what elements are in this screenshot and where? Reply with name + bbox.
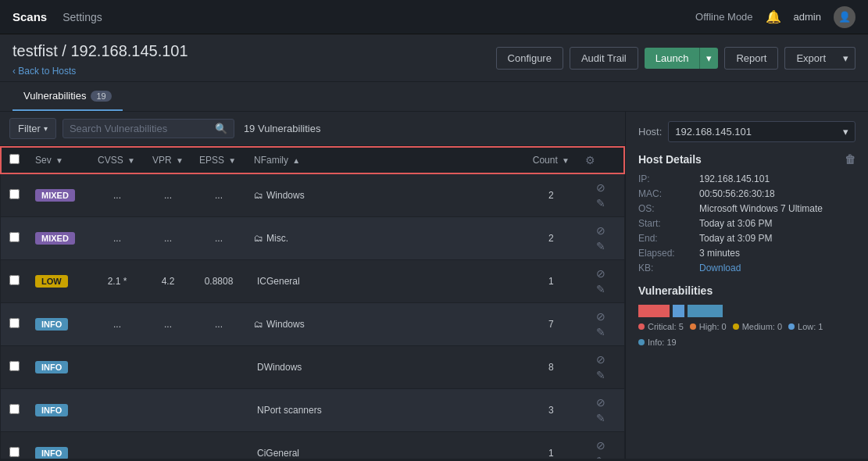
table-row[interactable]: INFO NPort scanners 3 ⊘ ✎ xyxy=(1,389,624,432)
th-count[interactable]: Count ▼ xyxy=(525,147,577,173)
sev-badge: LOW xyxy=(35,275,68,288)
export-dropdown-button[interactable]: ▾ xyxy=(837,47,855,70)
legend-label: Info: 19 xyxy=(648,338,677,347)
row-accept-icon[interactable]: ⊘ xyxy=(593,309,609,324)
launch-dropdown-button[interactable]: ▾ xyxy=(699,48,718,69)
main-content: Filter ▾ 🔍 19 Vulnerabilities Sev xyxy=(0,112,868,459)
report-button[interactable]: Report xyxy=(724,47,778,70)
table-header-row: Sev ▼ CVSS ▼ VPR ▼ EPSS xyxy=(1,147,624,173)
filter-button[interactable]: Filter ▾ xyxy=(9,118,56,139)
sev-badge: INFO xyxy=(35,361,68,373)
row-checkbox[interactable] xyxy=(9,404,20,414)
launch-button[interactable]: Launch xyxy=(645,48,700,69)
th-epss[interactable]: EPSS ▼ xyxy=(191,147,246,173)
row-checkbox[interactable] xyxy=(9,275,20,285)
row-epss: ... xyxy=(191,173,246,217)
table-row[interactable]: LOW 2.1 * 4.2 0.8808 ICGeneral 1 ⊘ ✎ xyxy=(1,260,624,303)
row-nfamily: 🗂Misc. xyxy=(246,217,525,260)
row-actions: ⊘ ✎ xyxy=(577,389,624,432)
row-sev: INFO xyxy=(27,432,90,459)
chart-segment xyxy=(673,305,684,317)
avatar[interactable]: 👤 xyxy=(834,6,855,28)
chart-segment xyxy=(688,305,723,317)
host-select-dropdown[interactable]: 192.168.145.101 ▾ xyxy=(668,121,855,142)
row-cvss: ... xyxy=(90,217,145,260)
detail-key: OS: xyxy=(638,203,693,214)
table-row[interactable]: INFO DWindows 8 ⊘ ✎ xyxy=(1,346,624,389)
row-vpr: ... xyxy=(145,303,191,346)
row-nfamily: 🗂Windows xyxy=(246,303,525,346)
row-edit-icon[interactable]: ✎ xyxy=(593,281,609,297)
row-epss: 0.8808 xyxy=(191,260,246,303)
select-all-checkbox[interactable] xyxy=(9,154,20,164)
th-sev[interactable]: Sev ▼ xyxy=(27,147,90,173)
row-epss xyxy=(191,389,246,432)
detail-link-value[interactable]: Download xyxy=(699,263,855,273)
row-checkbox[interactable] xyxy=(9,318,20,328)
row-actions: ⊘ ✎ xyxy=(577,173,624,217)
sev-badge: MIXED xyxy=(35,189,75,202)
table-row[interactable]: INFO CiGeneral 1 ⊘ ✎ xyxy=(1,432,624,459)
row-sev: MIXED xyxy=(27,173,90,217)
row-accept-icon[interactable]: ⊘ xyxy=(593,395,609,410)
audit-trail-button[interactable]: Audit Trail xyxy=(570,47,638,70)
th-nfamily[interactable]: NFamily ▲ xyxy=(246,147,525,173)
bell-icon[interactable]: 🔔 xyxy=(766,9,781,24)
chevron-down-icon: ▾ xyxy=(843,52,848,64)
row-sev: LOW xyxy=(27,260,90,303)
row-checkbox[interactable] xyxy=(9,232,20,242)
offline-mode-label: Offline Mode xyxy=(695,11,752,23)
row-checkbox-cell xyxy=(1,303,27,346)
row-vpr: 4.2 xyxy=(145,260,191,303)
th-cvss[interactable]: CVSS ▼ xyxy=(90,147,145,173)
row-accept-icon[interactable]: ⊘ xyxy=(593,180,609,195)
row-cvss xyxy=(90,432,145,459)
row-checkbox[interactable] xyxy=(9,447,20,457)
detail-value: Microsoft Windows 7 Ultimate xyxy=(699,203,855,214)
host-details-grid: IP:192.168.145.101MAC:00:50:56:26:30:18O… xyxy=(638,173,855,273)
row-edit-icon[interactable]: ✎ xyxy=(593,367,609,383)
row-edit-icon[interactable]: ✎ xyxy=(593,453,609,459)
row-count: 2 xyxy=(525,217,577,260)
detail-key: KB: xyxy=(638,263,693,273)
chart-legend: Critical: 5High: 0Medium: 0Low: 1Info: 1… xyxy=(638,322,855,347)
detail-value: Today at 3:09 PM xyxy=(699,233,855,244)
row-checkbox[interactable] xyxy=(9,189,20,199)
row-edit-icon[interactable]: ✎ xyxy=(593,324,609,340)
nav-scans[interactable]: Scans xyxy=(13,10,47,23)
row-nfamily: 🗂Windows xyxy=(246,173,525,217)
row-accept-icon[interactable]: ⊘ xyxy=(593,266,609,281)
table-row[interactable]: MIXED ... ... ... 🗂Windows 2 ⊘ ✎ xyxy=(1,173,624,217)
sev-badge: INFO xyxy=(35,318,68,331)
row-edit-icon[interactable]: ✎ xyxy=(593,238,609,254)
row-count: 1 xyxy=(525,432,577,459)
th-vpr[interactable]: VPR ▼ xyxy=(145,147,191,173)
row-edit-icon[interactable]: ✎ xyxy=(593,410,609,426)
row-actions: ⊘ ✎ xyxy=(577,346,624,389)
tab-vulnerabilities[interactable]: Vulnerabilities 19 xyxy=(13,82,123,111)
row-accept-icon[interactable]: ⊘ xyxy=(593,352,609,367)
table-row[interactable]: MIXED ... ... ... 🗂Misc. 2 ⊘ ✎ xyxy=(1,217,624,260)
row-accept-icon[interactable]: ⊘ xyxy=(593,223,609,238)
row-accept-icon[interactable]: ⊘ xyxy=(593,438,609,453)
filter-label: Filter xyxy=(18,123,41,134)
trash-icon[interactable]: 🗑 xyxy=(845,153,855,166)
table-row[interactable]: INFO ... ... ... 🗂Windows 7 ⊘ ✎ xyxy=(1,303,624,346)
configure-button[interactable]: Configure xyxy=(496,47,563,70)
detail-value: 192.168.145.101 xyxy=(699,173,855,184)
row-nfamily: NPort scanners xyxy=(246,389,525,432)
export-button[interactable]: Export xyxy=(784,47,837,70)
search-input[interactable] xyxy=(70,123,215,134)
row-vpr xyxy=(145,346,191,389)
row-sev: INFO xyxy=(27,303,90,346)
nav-settings[interactable]: Settings xyxy=(63,11,102,23)
left-panel: Filter ▾ 🔍 19 Vulnerabilities Sev xyxy=(0,112,626,459)
row-checkbox[interactable] xyxy=(9,361,20,371)
back-to-hosts-link[interactable]: ‹ Back to Hosts xyxy=(13,66,76,77)
table-settings-icon[interactable]: ⚙ xyxy=(585,154,595,166)
th-checkbox[interactable] xyxy=(1,147,27,173)
row-edit-icon[interactable]: ✎ xyxy=(593,195,609,211)
sev-sort-arrow: ▼ xyxy=(55,156,63,165)
page-header: testfist / 192.168.145.101 ‹ Back to Hos… xyxy=(0,34,868,82)
sev-badge: INFO xyxy=(35,404,68,416)
